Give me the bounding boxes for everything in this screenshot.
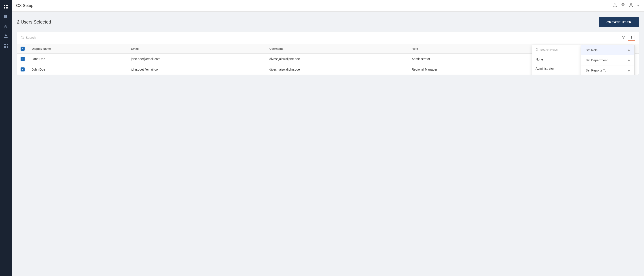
nav-dashboard-icon[interactable] <box>2 13 10 21</box>
bank-icon[interactable] <box>621 3 625 9</box>
svg-line-28 <box>538 50 538 51</box>
dropdown-wrapper: None Administrator Regional Manager Stor… <box>532 45 634 75</box>
select-all-checkbox[interactable]: ✓ <box>20 47 24 51</box>
roles-search-input[interactable] <box>540 48 577 52</box>
filter-icon[interactable] <box>622 35 625 40</box>
search-icon <box>20 36 24 40</box>
nav-grid-icon[interactable] <box>2 3 10 11</box>
row1-role: Administrator <box>408 54 532 64</box>
context-menu-set-department[interactable]: Set Department ▶ <box>581 55 634 65</box>
search-actions: None Administrator Regional Manager Stor… <box>622 35 635 41</box>
svg-rect-1 <box>6 5 8 6</box>
roles-search-wrap <box>532 45 581 55</box>
row2-role: Regional Manager <box>408 64 532 75</box>
roles-submenu: None Administrator Regional Manager Stor… <box>532 45 581 75</box>
header-checkbox-cell: ✓ <box>17 44 28 54</box>
nav-apps-icon[interactable] <box>2 42 10 50</box>
context-menu: Set Role ▶ Set Department ▶ Set Reports … <box>581 45 634 75</box>
context-menu-set-reports-to[interactable]: Set Reports To ▶ <box>581 65 634 75</box>
svg-point-27 <box>536 49 538 51</box>
create-user-button[interactable]: CREATE USER <box>599 17 639 27</box>
svg-marker-23 <box>622 36 625 39</box>
roles-search-icon <box>536 48 538 52</box>
svg-rect-4 <box>4 44 5 45</box>
row1-checkbox[interactable]: ✓ <box>20 57 24 61</box>
svg-rect-7 <box>4 46 5 47</box>
svg-point-20 <box>630 4 632 5</box>
nav-users-icon[interactable] <box>2 32 10 40</box>
set-reports-to-label: Set Reports To <box>586 69 606 72</box>
set-department-label: Set Department <box>586 58 608 62</box>
page-header: 2 Users Selected CREATE USER <box>17 17 639 27</box>
row2-username: diveshjaiswaljohn.doe <box>266 64 408 75</box>
top-bar-icons: ▼ <box>613 3 640 9</box>
svg-rect-0 <box>4 5 5 6</box>
row1-email: jane.doe@email.com <box>128 54 266 64</box>
svg-rect-3 <box>6 7 8 9</box>
role-option-none[interactable]: None <box>532 55 581 64</box>
svg-rect-9 <box>7 46 8 47</box>
svg-point-25 <box>631 37 632 38</box>
check-mark: ✓ <box>22 47 24 50</box>
user-icon[interactable] <box>629 3 633 9</box>
context-menu-set-role[interactable]: Set Role ▶ <box>581 45 634 55</box>
set-department-chevron: ▶ <box>628 59 630 62</box>
upload-icon[interactable] <box>613 3 617 9</box>
row2-display-name: John Doe <box>28 64 128 75</box>
svg-rect-8 <box>5 46 6 47</box>
more-options-button[interactable]: None Administrator Regional Manager Stor… <box>628 35 635 41</box>
users-selected-label: 2 Users Selected <box>17 20 51 25</box>
app-title: CX Setup <box>16 3 613 8</box>
check-mark: ✓ <box>22 68 24 71</box>
set-role-label: Set Role <box>586 48 598 52</box>
col-username: Username <box>266 44 408 54</box>
chevron-down-icon: ▼ <box>637 4 640 8</box>
col-role: Role <box>408 44 532 54</box>
search-input[interactable] <box>26 36 622 39</box>
nav-signals-icon[interactable] <box>2 22 10 31</box>
top-bar: CX Setup ▼ <box>12 0 644 12</box>
set-reports-to-chevron: ▶ <box>628 69 630 72</box>
main-content: 2 Users Selected CREATE USER <box>12 12 644 276</box>
svg-line-22 <box>23 38 24 39</box>
row2-checkbox[interactable]: ✓ <box>20 67 24 71</box>
row1-display-name: Jane Doe <box>28 54 128 64</box>
users-count: 2 <box>17 20 20 24</box>
row2-email: john.doe@email.com <box>128 64 266 75</box>
role-option-administrator[interactable]: Administrator <box>532 64 581 73</box>
svg-point-24 <box>631 36 632 37</box>
svg-rect-10 <box>4 47 5 48</box>
users-selected-text: Users Selected <box>21 20 51 24</box>
col-email: Email <box>128 44 266 54</box>
svg-rect-11 <box>5 47 6 48</box>
svg-point-26 <box>631 38 632 39</box>
col-display-name: Display Name <box>28 44 128 54</box>
svg-rect-5 <box>5 44 6 45</box>
svg-point-21 <box>21 36 23 38</box>
left-nav <box>0 0 12 276</box>
check-mark: ✓ <box>22 58 24 60</box>
svg-marker-19 <box>622 3 624 4</box>
svg-rect-2 <box>4 7 5 9</box>
search-bar: None Administrator Regional Manager Stor… <box>17 32 639 44</box>
row2-checkbox-cell: ✓ <box>17 64 28 75</box>
row1-checkbox-cell: ✓ <box>17 54 28 64</box>
svg-rect-6 <box>7 44 8 45</box>
row1-username: diveshjaiswaljane.doe <box>266 54 408 64</box>
table-card: None Administrator Regional Manager Stor… <box>17 32 639 75</box>
set-role-chevron: ▶ <box>628 49 630 52</box>
svg-rect-12 <box>7 47 8 48</box>
role-option-regional-manager[interactable]: Regional Manager <box>532 73 581 75</box>
